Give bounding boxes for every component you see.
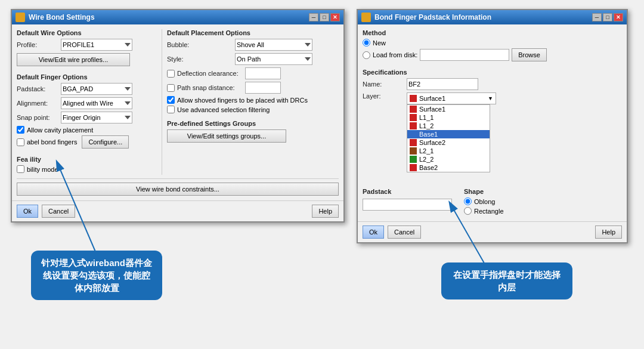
view-edit-settings-row: View/Edit settings groups...	[167, 129, 339, 143]
layer-item-l11[interactable]: L1_1	[407, 113, 490, 122]
view-constraints-btn[interactable]: View wire bond constraints...	[17, 183, 339, 196]
rectangle-row: Rectangle	[464, 207, 504, 215]
wire-minimize-btn[interactable]: ─	[309, 13, 318, 21]
bubble-label: Bubble:	[167, 41, 233, 48]
allow-shoved-checkbox[interactable]	[167, 96, 175, 104]
bond-maximize-btn[interactable]: □	[603, 13, 612, 21]
path-snap-checkbox[interactable]	[167, 84, 175, 92]
bond-help-btn[interactable]: Help	[595, 226, 622, 239]
bond-footer-right: Help	[595, 226, 622, 239]
new-row: New	[363, 39, 622, 47]
load-radio[interactable]	[363, 51, 370, 59]
layer-name-l12: L1_2	[419, 122, 434, 129]
wire-right-column: Default Placement Options Bubble: Shove …	[162, 29, 339, 175]
layer-name-surface2: Surface2	[419, 139, 445, 146]
deflection-checkbox[interactable]	[167, 70, 175, 78]
use-advanced-row: Use advanced selection filtering	[167, 106, 339, 113]
bond-ok-btn[interactable]: Ok	[363, 226, 384, 239]
wire-footer-right: Help	[312, 205, 339, 218]
feasibility-mode-label: bility mode	[27, 166, 58, 173]
wire-cancel-btn[interactable]: Cancel	[42, 205, 75, 218]
alignment-select[interactable]: Aligned with Wire	[61, 97, 132, 109]
layer-item-l22[interactable]: L2_2	[407, 155, 490, 163]
layer-name-base1: Base1	[419, 131, 438, 138]
padstack-section: Padstack	[363, 188, 452, 217]
bubble-select[interactable]: Shove All	[235, 39, 312, 51]
deflection-input[interactable]: 0 UM	[245, 67, 281, 79]
layer-item-surface2[interactable]: Surface2	[407, 138, 490, 147]
load-label: Load from disk:	[373, 51, 417, 58]
oblong-label: Oblong	[474, 198, 495, 205]
wire-options-label: Default Wire Options	[17, 29, 157, 36]
new-radio[interactable]	[363, 39, 370, 47]
wire-help-btn[interactable]: Help	[312, 205, 339, 218]
style-label: Style:	[167, 55, 233, 63]
layer-label: Layer:	[363, 92, 404, 100]
snap-row: Snap point: Finger Origin	[17, 112, 157, 123]
padstack-label: Padstack:	[17, 85, 58, 92]
path-snap-row: Path snap distance: 0 UM	[167, 82, 339, 94]
label-bond-row: abel bond fingers Configure...	[17, 135, 157, 149]
view-edit-settings-btn[interactable]: View/Edit settings groups...	[167, 129, 286, 143]
profile-label: Profile:	[17, 41, 58, 48]
load-row: Load from disk: Browse	[363, 48, 622, 61]
wire-close-btn[interactable]: ✕	[330, 13, 340, 21]
bond-dialog-body: Method New Load from disk: Browse Specif…	[358, 24, 627, 221]
layer-select-display[interactable]: Surface1 ▼	[407, 92, 496, 104]
path-snap-input[interactable]: 0 UM	[245, 82, 281, 94]
wire-ok-btn[interactable]: Ok	[17, 205, 38, 218]
layer-item-l12[interactable]: L1_2	[407, 122, 490, 130]
bond-close-btn[interactable]: ✕	[614, 13, 623, 21]
layer-item-base1[interactable]: Base1	[407, 130, 490, 138]
shape-section: Shape Oblong Rectangle	[464, 188, 504, 217]
allow-shoved-label: Allow shoved fingers to be placed with D…	[177, 97, 308, 104]
rectangle-label: Rectangle	[474, 208, 504, 215]
bond-cancel-btn[interactable]: Cancel	[388, 226, 421, 239]
layer-dropdown-arrow: ▼	[488, 95, 493, 101]
layer-dropdown[interactable]: Surface1 L1_1 L1_2 Base1	[407, 104, 490, 172]
use-advanced-checkbox[interactable]	[167, 106, 175, 113]
style-select[interactable]: On Path	[235, 53, 312, 65]
left-annotation-text: 针对埋入式wireband器件金线设置要勾选该项，使能腔体内部放置	[41, 258, 152, 293]
label-bond-checkbox[interactable]	[17, 138, 24, 146]
wire-dialog-footer: Ok Cancel Help	[12, 200, 343, 221]
style-row: Style: On Path	[167, 53, 339, 65]
allow-cavity-checkbox[interactable]	[17, 126, 24, 134]
padstack-text-input[interactable]	[363, 199, 452, 211]
bond-minimize-btn[interactable]: ─	[592, 13, 602, 21]
wire-dialog-title: Wire Bond Settings	[29, 13, 95, 21]
padstack-select[interactable]: BGA_PAD	[61, 83, 132, 95]
rectangle-radio[interactable]	[464, 207, 472, 215]
wire-bond-dialog: Wire Bond Settings ─ □ ✕ Default Wire Op…	[11, 9, 345, 223]
layer-name-l11: L1_1	[419, 114, 434, 121]
placement-options-label: Default Placement Options	[167, 29, 339, 36]
layer-item-l21[interactable]: L2_1	[407, 147, 490, 155]
configure-btn[interactable]: Configure...	[82, 135, 129, 149]
layer-container: Surface1 ▼ Surface1 L1_1 L1_2	[407, 92, 496, 104]
profile-select[interactable]: PROFILE1	[61, 39, 132, 51]
oblong-radio[interactable]	[464, 197, 472, 205]
layer-color-surface2	[410, 139, 417, 146]
layer-color-surface1	[410, 106, 417, 113]
method-label: Method	[363, 29, 622, 36]
deflection-row: Deflection clearance: 0 UM	[167, 67, 339, 79]
use-advanced-label: Use advanced selection filtering	[177, 106, 270, 113]
padstack-section-label: Padstack	[363, 188, 452, 195]
browse-btn[interactable]: Browse	[512, 48, 547, 61]
layer-item-surface1[interactable]: Surface1	[407, 105, 490, 113]
load-input[interactable]	[420, 49, 509, 61]
wire-maximize-btn[interactable]: □	[320, 13, 329, 21]
feasibility-mode-checkbox[interactable]	[17, 165, 24, 173]
feasibility-label: Fea ility	[17, 156, 157, 163]
bond-finger-dialog: Bond Finger Padstack Information ─ □ ✕ M…	[357, 9, 628, 243]
new-label: New	[373, 39, 386, 47]
layer-row: Layer: Surface1 ▼ Surface1 L1_1	[363, 92, 622, 104]
left-annotation: 针对埋入式wireband器件金线设置要勾选该项，使能腔体内部放置	[31, 251, 162, 300]
snap-select[interactable]: Finger Origin	[61, 112, 132, 123]
name-input[interactable]	[407, 78, 478, 90]
layer-item-base2[interactable]: Base2	[407, 163, 490, 172]
view-edit-wire-btn[interactable]: View/Edit wire profiles...	[17, 53, 130, 66]
layer-color-base2	[410, 164, 417, 171]
feasibility-mode-row: bility mode	[17, 165, 157, 173]
bond-dialog-icon	[361, 13, 371, 22]
